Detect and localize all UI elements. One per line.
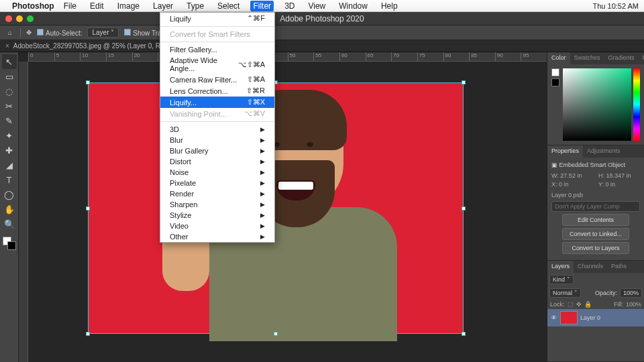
panel-tab[interactable]: Gradients: [604, 52, 639, 64]
tool-button[interactable]: ↖: [2, 54, 17, 69]
menu-edit[interactable]: Edit: [87, 1, 107, 11]
window-titlebar: Adobe Photoshop 2020: [0, 12, 644, 25]
menu-file[interactable]: File: [61, 1, 79, 11]
panel-tab[interactable]: Paths: [607, 261, 631, 273]
menu-item-submenu[interactable]: Noise▶: [160, 167, 274, 178]
convert-to-layers-button[interactable]: Convert to Layers: [562, 242, 629, 254]
lock-icon[interactable]: ⬚: [568, 301, 574, 308]
panel-tab[interactable]: Layers: [547, 261, 574, 273]
menu-item[interactable]: Liquify...⇧⌘X: [160, 97, 274, 108]
panel-tab[interactable]: Properties: [547, 145, 583, 158]
clock: Thu 10:52 AM: [593, 2, 639, 10]
convert-to-linked-button[interactable]: Convert to Linked...: [562, 228, 629, 240]
menu-item[interactable]: Adaptive Wide Angle...⌥⇧⌘A: [160, 55, 274, 74]
menu-type[interactable]: Type: [184, 1, 207, 11]
menu-filter[interactable]: Filter: [250, 1, 274, 11]
menubar-status: Thu 10:52 AM: [586, 1, 639, 11]
transform-handle[interactable]: [462, 80, 466, 84]
transform-handle[interactable]: [86, 80, 90, 84]
panel-tab[interactable]: Channels: [574, 261, 607, 273]
document-tab[interactable]: × AdobeStock_282997053.jpeg @ 25% (Layer…: [0, 40, 644, 52]
menu-item-submenu[interactable]: Distort▶: [160, 156, 274, 167]
auto-select-target-dropdown[interactable]: Layer ˅: [87, 27, 119, 38]
tool-button[interactable]: ✂: [2, 99, 17, 113]
transform-handle[interactable]: [86, 332, 90, 336]
filter-menu-dropdown: Liquify⌃⌘F Convert for Smart Filters Fil…: [160, 12, 275, 243]
canvas-area[interactable]: 05101520253035404550556065707580859095: [19, 52, 547, 362]
menu-help[interactable]: Help: [378, 1, 400, 11]
menu-item-submenu[interactable]: Render▶: [160, 188, 274, 199]
tool-button[interactable]: ◯: [2, 187, 17, 202]
menu-item-submenu[interactable]: Video▶: [160, 221, 274, 231]
object-kind-label: ▣ Embedded Smart Object: [551, 162, 640, 168]
tool-button[interactable]: ✎: [2, 113, 17, 128]
tool-button[interactable]: ✋: [2, 202, 17, 217]
menu-item-submenu[interactable]: Pixelate▶: [160, 178, 274, 188]
menu-select[interactable]: Select: [215, 1, 242, 11]
tool-button[interactable]: ▭: [2, 69, 17, 84]
menu-view[interactable]: View: [305, 1, 328, 11]
layer-row[interactable]: 👁 Layer 0: [547, 309, 644, 326]
layer-comp-dropdown[interactable]: Don't Apply Layer Comp: [551, 201, 640, 212]
menu-item-submenu[interactable]: Sharpen▶: [160, 199, 274, 210]
transform-handle[interactable]: [274, 332, 278, 336]
fill-input[interactable]: 100%: [626, 301, 641, 308]
auto-select-checkbox[interactable]: [37, 29, 44, 36]
menu-3d[interactable]: 3D: [282, 1, 297, 11]
lock-icon[interactable]: ✜: [576, 301, 582, 308]
document-canvas[interactable]: [88, 82, 464, 334]
menu-item-submenu[interactable]: Blur▶: [160, 135, 274, 145]
window-minimize-button[interactable]: [16, 15, 23, 22]
transform-handle[interactable]: [462, 332, 466, 336]
color-picker[interactable]: [551, 68, 640, 141]
lock-all-icon[interactable]: 🔒: [584, 301, 592, 308]
visibility-icon[interactable]: 👁: [549, 314, 557, 321]
layers-panel: LayersChannelsPaths Kind ˅ Normal ˅ Opac…: [547, 261, 644, 362]
menu-item-submenu[interactable]: Other▶: [160, 231, 274, 242]
app-name[interactable]: Photoshop: [12, 1, 54, 11]
layer-thumbnail[interactable]: [560, 311, 578, 324]
options-bar: ⌂ ✥ Auto-Select: Layer ˅ Show Transform …: [0, 25, 644, 40]
layer-filter-dropdown[interactable]: Kind ˅: [549, 275, 574, 284]
panel-tab[interactable]: Color: [547, 52, 570, 64]
window-close-button[interactable]: [5, 15, 12, 22]
color-panel: ColorSwatchesGradientsPatterns: [547, 52, 644, 145]
tool-button[interactable]: ✚: [2, 143, 17, 158]
menu-item[interactable]: Lens Correction...⇧⌘R: [160, 85, 274, 97]
blend-mode-dropdown[interactable]: Normal ˅: [549, 288, 581, 298]
move-tool-icon: ✥: [26, 29, 32, 36]
menu-item[interactable]: Camera Raw Filter...⇧⌘A: [160, 74, 274, 85]
menu-item-submenu[interactable]: Blur Gallery▶: [160, 145, 274, 156]
menu-window[interactable]: Window: [336, 1, 370, 11]
tool-button[interactable]: ✦: [2, 128, 17, 143]
window-zoom-button[interactable]: [27, 15, 34, 22]
color-swatch[interactable]: [3, 237, 16, 250]
home-icon[interactable]: ⌂: [5, 28, 15, 38]
menu-item: Vanishing Point...⌥⌘V: [160, 108, 274, 119]
menu-item-submenu[interactable]: 3D▶: [160, 124, 274, 135]
properties-panel: PropertiesAdjustments ▣ Embedded Smart O…: [547, 145, 644, 261]
menu-layer[interactable]: Layer: [150, 1, 176, 11]
opacity-input[interactable]: 100%: [620, 288, 642, 298]
macos-menubar: Photoshop FileEditImageLayerTypeSelectFi…: [0, 0, 644, 12]
panel-tab[interactable]: Adjustments: [583, 145, 625, 158]
transform-handle[interactable]: [86, 206, 90, 210]
tool-button[interactable]: ◌: [2, 84, 17, 99]
layer-name[interactable]: Layer 0: [580, 314, 600, 321]
tool-button[interactable]: 🔍: [2, 217, 17, 231]
tool-button[interactable]: ◢: [2, 158, 17, 172]
tools-panel: ↖▭◌✂✎✦✚◢T◯✋🔍: [0, 52, 19, 362]
menu-item-last-filter[interactable]: Liquify⌃⌘F: [160, 13, 274, 24]
menu-item[interactable]: Filter Gallery...: [160, 44, 274, 55]
panel-tab[interactable]: Patterns: [639, 52, 644, 64]
panel-tab[interactable]: Swatches: [570, 52, 604, 64]
show-transform-checkbox[interactable]: [124, 29, 131, 36]
transform-handle[interactable]: [462, 206, 466, 210]
panels-dock: ColorSwatchesGradientsPatterns Propertie…: [547, 52, 644, 362]
menu-image[interactable]: Image: [115, 1, 142, 11]
tool-button[interactable]: T: [2, 172, 17, 187]
menu-item-submenu[interactable]: Stylize▶: [160, 210, 274, 221]
close-tab-icon[interactable]: ×: [5, 42, 9, 50]
edit-contents-button[interactable]: Edit Contents: [562, 214, 629, 226]
horizontal-ruler: 05101520253035404550556065707580859095: [28, 52, 547, 62]
